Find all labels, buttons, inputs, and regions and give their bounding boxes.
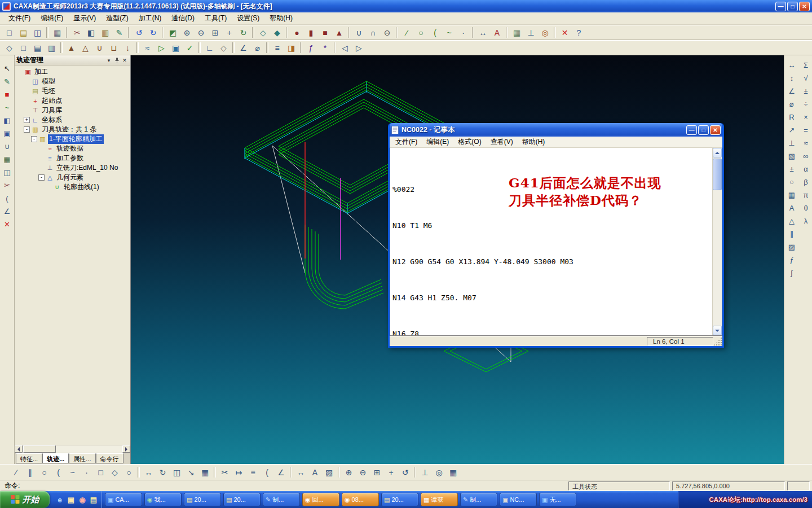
extend-icon[interactable]: ↦: [232, 466, 246, 479]
view-front-icon[interactable]: □: [16, 41, 30, 54]
gcode-line[interactable]: N12 G90 G54 G0 X13.894 Y-48.049 S3000 M0…: [392, 257, 712, 266]
tree-item-contour-curve[interactable]: ∪ 轮廓曲线(1): [15, 182, 130, 192]
tree-expander[interactable]: +: [24, 117, 30, 123]
task-zhi-1[interactable]: ✎ 制...: [263, 493, 300, 506]
zoom-in-icon[interactable]: ⊕: [180, 26, 194, 39]
text-tool-icon[interactable]: A: [490, 26, 504, 39]
hatch-fill-icon[interactable]: ▨: [785, 240, 798, 253]
cylinder-feature-icon[interactable]: ▮: [304, 26, 318, 39]
dim-radius-icon[interactable]: R: [785, 111, 798, 124]
solid-icon[interactable]: ▣: [1, 127, 14, 140]
ortho-toggle-icon[interactable]: ⊥: [524, 26, 538, 39]
menu-edit[interactable]: 编辑(E): [36, 12, 68, 24]
menu-tools[interactable]: 工具(T): [200, 12, 232, 24]
quick-launch-folder-icon[interactable]: ▤: [88, 493, 99, 506]
quick-launch-media-icon[interactable]: ◉: [77, 493, 88, 506]
notepad-title-bar[interactable]: NC0022 - 记事本 — □ ✕: [390, 123, 722, 137]
rough-machining-icon[interactable]: ▲: [64, 41, 78, 54]
np-menu-view[interactable]: 查看(V): [486, 137, 518, 148]
tab-properties[interactable]: 属性...: [69, 453, 95, 463]
tree-item-trajectory-data[interactable]: ≈ 轨迹数据: [15, 144, 130, 154]
task-08[interactable]: ◉ 08...: [342, 493, 379, 506]
wireframe-display-icon[interactable]: ◇: [256, 26, 270, 39]
balloon-icon[interactable]: ○: [785, 176, 798, 189]
tree-item-blank[interactable]: ▤ 毛坯: [15, 86, 130, 96]
view-top-icon[interactable]: ▤: [30, 41, 45, 54]
help-icon[interactable]: ?: [572, 26, 586, 39]
zoomwin-icon[interactable]: ⊞: [370, 466, 384, 479]
refresh-icon[interactable]: ↺: [398, 466, 412, 479]
menu-model[interactable]: 造型(Z): [101, 12, 133, 24]
subtract-icon[interactable]: ⊖: [380, 26, 394, 39]
notepad-text-area[interactable]: %0022 N10 T1 M6 N12 G90 G54 G0 X13.894 Y…: [390, 148, 722, 336]
start-button[interactable]: 开始: [0, 491, 50, 508]
tree-item-machining[interactable]: ▣ 加工: [15, 67, 130, 77]
text-icon[interactable]: A: [308, 466, 322, 479]
circle-tool-icon[interactable]: ○: [414, 26, 428, 39]
draw-parallel-icon[interactable]: ∥: [23, 466, 37, 479]
task-nc[interactable]: ▣ NC...: [500, 493, 537, 506]
point-tool-icon[interactable]: ·: [456, 26, 470, 39]
pi-icon[interactable]: π: [799, 189, 812, 202]
dim-diameter-icon[interactable]: ⌀: [785, 98, 798, 111]
hatch-icon[interactable]: ▨: [322, 466, 336, 479]
lambda-icon[interactable]: λ: [799, 214, 812, 227]
zoomin-icon[interactable]: ⊕: [342, 466, 356, 479]
task-20-3[interactable]: ▤ 20...: [381, 493, 418, 506]
feature-icon[interactable]: ■: [1, 88, 14, 101]
notepad-minimize-button[interactable]: —: [686, 125, 697, 135]
tree-expander[interactable]: -: [24, 126, 30, 133]
undo-icon[interactable]: ↺: [132, 26, 146, 39]
task-zhi-2[interactable]: ✎ 制...: [460, 493, 497, 506]
draw-polygon-icon[interactable]: ◇: [108, 466, 122, 479]
quick-launch-desktop-icon[interactable]: ▣: [65, 493, 77, 506]
delete-icon[interactable]: ✕: [558, 26, 572, 39]
layer-manager-icon[interactable]: ≡: [270, 41, 284, 54]
snap-icon[interactable]: ◎: [432, 466, 446, 479]
minimize-button[interactable]: —: [775, 2, 786, 11]
simulation-icon[interactable]: ▷: [155, 41, 169, 54]
work-plane-icon[interactable]: ◇: [217, 41, 231, 54]
task-wu[interactable]: ▣ 无...: [539, 493, 576, 506]
erase-icon[interactable]: ✕: [1, 218, 14, 231]
sphere-feature-icon[interactable]: ●: [290, 26, 304, 39]
trim-icon[interactable]: ✂: [218, 466, 232, 479]
intersect-icon[interactable]: ∩: [366, 26, 380, 39]
tree-item-coordinate-system[interactable]: + ∟ 坐标系: [15, 115, 130, 125]
equals-icon[interactable]: =: [799, 124, 812, 137]
draw-ellipse-icon[interactable]: ○: [122, 466, 136, 479]
menu-settings[interactable]: 设置(S): [232, 12, 264, 24]
diameter-measure-icon[interactable]: ⌀: [250, 41, 264, 54]
weld-symbol-icon[interactable]: △: [785, 214, 798, 227]
boolean-icon[interactable]: ∪: [1, 140, 14, 153]
box-feature-icon[interactable]: ■: [318, 26, 332, 39]
menu-view[interactable]: 显示(V): [68, 12, 101, 24]
open-file-icon[interactable]: ▤: [16, 26, 30, 39]
menu-communication[interactable]: 通信(D): [166, 12, 200, 24]
tree-item-toolpath-group[interactable]: - ▥ 刀具轨迹：共 1 条: [15, 125, 130, 134]
integral-icon[interactable]: ∫: [785, 266, 798, 279]
notepad-scrollbar-thumb[interactable]: [713, 159, 722, 190]
format-brush-icon[interactable]: ✎: [112, 26, 126, 39]
draw-point-icon[interactable]: ·: [80, 466, 94, 479]
cone-feature-icon[interactable]: ▲: [332, 26, 346, 39]
mirror-icon[interactable]: ◫: [170, 466, 184, 479]
dim-angle-icon[interactable]: ∠: [785, 85, 798, 98]
view-axonometric-icon[interactable]: ◇: [2, 41, 16, 54]
mirror-tool-icon[interactable]: ◫: [1, 166, 14, 179]
resize-grip[interactable]: [713, 337, 722, 346]
sum-icon[interactable]: Σ: [799, 59, 812, 72]
scrollbar-thumb[interactable]: [23, 445, 56, 453]
quick-launch-ie-icon[interactable]: e: [54, 493, 65, 506]
options-icon[interactable]: *: [318, 41, 332, 54]
fillet-tool-icon[interactable]: (: [1, 192, 14, 205]
scroll-left-arrow-icon[interactable]: [15, 445, 23, 453]
datum-icon[interactable]: ⊥: [785, 137, 798, 150]
ortho-icon[interactable]: ⊥: [418, 466, 432, 479]
np-menu-format[interactable]: 格式(O): [453, 137, 486, 148]
panel-pin-button[interactable]: [113, 56, 121, 64]
sqrt-icon[interactable]: √: [799, 72, 812, 85]
note-icon[interactable]: A: [785, 202, 798, 214]
restore-button[interactable]: □: [787, 2, 798, 11]
scale-icon[interactable]: ↘: [184, 466, 198, 479]
